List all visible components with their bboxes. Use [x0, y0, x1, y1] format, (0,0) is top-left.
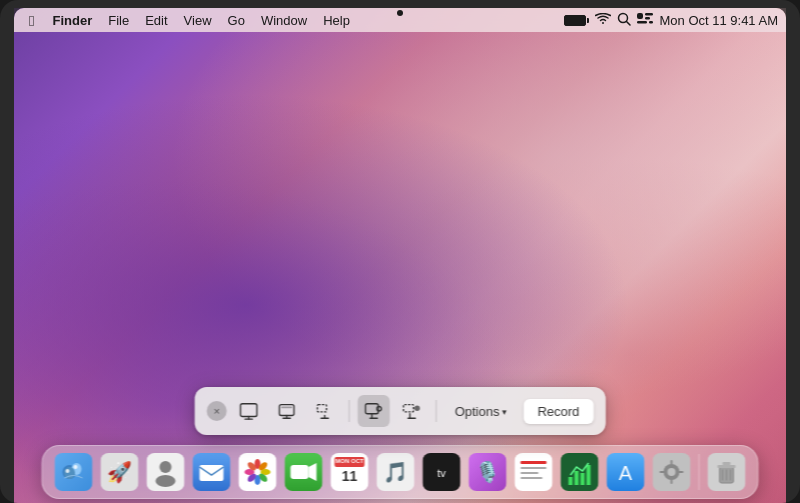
svg-rect-2: [637, 13, 643, 19]
svg-point-34: [160, 461, 172, 473]
go-menu[interactable]: Go: [221, 9, 252, 31]
battery-body: [564, 15, 586, 26]
svg-rect-14: [317, 405, 326, 412]
toolbar-separator-1: [349, 400, 350, 422]
svg-point-75: [668, 468, 676, 476]
window-menu[interactable]: Window: [254, 9, 314, 31]
dock-item-facetime[interactable]: [283, 451, 325, 493]
svg-text:A: A: [619, 462, 633, 484]
svg-rect-82: [718, 465, 736, 468]
control-center-icon[interactable]: [637, 13, 653, 28]
svg-rect-48: [291, 465, 309, 479]
toolbar-separator-2: [436, 400, 437, 422]
svg-text:🎵: 🎵: [383, 460, 408, 484]
svg-rect-76: [671, 460, 673, 465]
svg-rect-65: [521, 477, 543, 479]
capture-window-button[interactable]: [271, 395, 303, 427]
wifi-icon: [595, 13, 611, 28]
dock-item-appletv[interactable]: tv: [421, 451, 463, 493]
svg-rect-69: [581, 473, 585, 485]
svg-rect-64: [521, 472, 539, 474]
spotlight-icon[interactable]: [617, 12, 631, 29]
svg-rect-37: [200, 465, 224, 481]
svg-rect-68: [575, 471, 579, 485]
svg-text:🎙️: 🎙️: [475, 460, 500, 484]
record-button[interactable]: Record: [523, 399, 593, 424]
apple-menu[interactable]: : [22, 9, 41, 31]
svg-rect-83: [723, 462, 731, 465]
svg-rect-6: [649, 21, 653, 24]
dock-item-contacts[interactable]: [145, 451, 187, 493]
battery-tip: [587, 18, 589, 23]
file-menu[interactable]: File: [101, 9, 136, 31]
svg-point-35: [156, 475, 176, 487]
finder-menu[interactable]: Finder: [45, 9, 99, 31]
help-menu[interactable]: Help: [316, 9, 357, 31]
menubar-right: Mon Oct 11 9:41 AM: [564, 12, 778, 29]
dock: 🚀: [42, 445, 759, 499]
close-toolbar-button[interactable]: ×: [207, 401, 227, 421]
svg-rect-7: [240, 404, 256, 417]
dock-item-podcasts[interactable]: 🎙️: [467, 451, 509, 493]
dock-item-launchpad[interactable]: 🚀: [99, 451, 141, 493]
svg-rect-3: [645, 13, 653, 16]
edit-menu[interactable]: Edit: [138, 9, 174, 31]
screenshot-toolbar: ×: [195, 387, 606, 435]
dock-container: 🚀: [42, 445, 759, 499]
dock-item-appstore[interactable]: A: [605, 451, 647, 493]
svg-rect-62: [521, 461, 547, 464]
dock-item-photos[interactable]: [237, 451, 279, 493]
svg-rect-79: [679, 471, 684, 473]
dock-item-system-preferences[interactable]: [651, 451, 693, 493]
svg-point-22: [414, 406, 419, 411]
svg-rect-11: [281, 406, 292, 408]
svg-rect-63: [521, 467, 547, 469]
svg-rect-38: [239, 453, 277, 491]
svg-text:🚀: 🚀: [107, 460, 132, 484]
svg-text:tv: tv: [437, 467, 446, 479]
dock-item-numbers[interactable]: [559, 451, 601, 493]
dock-item-trash[interactable]: [706, 451, 748, 493]
menubar-datetime: Mon Oct 11 9:41 AM: [659, 13, 778, 28]
dock-item-music[interactable]: 🎵: [375, 451, 417, 493]
menubar-left:  Finder File Edit View Go Window Help: [22, 9, 564, 31]
svg-text:11: 11: [342, 468, 358, 484]
options-button[interactable]: Options ▾: [445, 400, 518, 423]
svg-rect-5: [637, 21, 647, 24]
svg-rect-21: [403, 405, 413, 412]
svg-rect-77: [671, 479, 673, 484]
svg-rect-78: [660, 471, 665, 473]
record-screen-button[interactable]: [358, 395, 390, 427]
view-menu[interactable]: View: [177, 9, 219, 31]
dock-item-news[interactable]: [513, 451, 555, 493]
svg-rect-4: [645, 17, 650, 20]
macbook-frame:  Finder File Edit View Go Window Help: [0, 0, 800, 503]
options-label: Options: [455, 404, 500, 419]
svg-text:MON OCT: MON OCT: [335, 458, 364, 464]
svg-point-29: [66, 469, 70, 473]
screen-bezel:  Finder File Edit View Go Window Help: [14, 8, 786, 503]
dock-item-mail[interactable]: [191, 451, 233, 493]
svg-point-30: [74, 465, 78, 469]
svg-rect-66: [561, 453, 599, 491]
dock-separator: [699, 454, 700, 490]
dock-item-calendar[interactable]: MON OCT 11: [329, 451, 371, 493]
camera-dot: [397, 10, 403, 16]
battery-icon: [564, 15, 589, 26]
svg-rect-10: [279, 405, 294, 416]
dock-item-finder[interactable]: [53, 451, 95, 493]
capture-selection-button[interactable]: [309, 395, 341, 427]
options-chevron-icon: ▾: [502, 407, 507, 417]
capture-screen-button[interactable]: [233, 395, 265, 427]
svg-rect-70: [587, 465, 591, 485]
svg-rect-67: [569, 477, 573, 485]
svg-line-1: [627, 21, 631, 25]
record-selection-button[interactable]: [396, 395, 428, 427]
